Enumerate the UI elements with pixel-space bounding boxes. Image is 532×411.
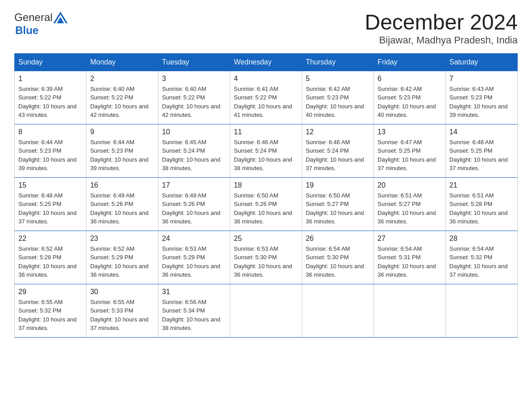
table-row: 23 Sunrise: 6:52 AMSunset: 5:29 PMDaylig… <box>86 231 158 284</box>
day-info: Sunrise: 6:39 AMSunset: 5:22 PMDaylight:… <box>18 85 82 120</box>
day-number: 22 <box>18 235 82 243</box>
calendar-week-row: 29 Sunrise: 6:55 AMSunset: 5:32 PMDaylig… <box>15 284 518 337</box>
day-number: 30 <box>90 288 154 296</box>
day-info: Sunrise: 6:42 AMSunset: 5:23 PMDaylight:… <box>306 85 370 120</box>
day-info: Sunrise: 6:55 AMSunset: 5:32 PMDaylight:… <box>18 298 82 333</box>
day-number: 11 <box>234 128 298 136</box>
day-info: Sunrise: 6:47 AMSunset: 5:25 PMDaylight:… <box>378 138 442 173</box>
table-row: 20 Sunrise: 6:51 AMSunset: 5:27 PMDaylig… <box>374 177 446 231</box>
day-number: 3 <box>162 75 226 83</box>
table-row: 29 Sunrise: 6:55 AMSunset: 5:32 PMDaylig… <box>15 284 86 337</box>
day-number: 6 <box>378 75 442 83</box>
table-row: 6 Sunrise: 6:42 AMSunset: 5:23 PMDayligh… <box>374 71 446 124</box>
calendar-title: December 2024 <box>365 11 518 34</box>
logo-icon <box>52 11 69 24</box>
day-info: Sunrise: 6:45 AMSunset: 5:24 PMDaylight:… <box>162 138 226 173</box>
day-info: Sunrise: 6:53 AMSunset: 5:30 PMDaylight:… <box>234 244 298 279</box>
table-row: 22 Sunrise: 6:52 AMSunset: 5:28 PMDaylig… <box>15 231 86 284</box>
day-info: Sunrise: 6:44 AMSunset: 5:23 PMDaylight:… <box>90 138 154 173</box>
table-row: 4 Sunrise: 6:41 AMSunset: 5:22 PMDayligh… <box>230 71 302 124</box>
day-number: 17 <box>162 181 226 189</box>
table-row <box>446 284 517 337</box>
col-thursday: Thursday <box>302 53 373 71</box>
table-row: 15 Sunrise: 6:48 AMSunset: 5:25 PMDaylig… <box>15 177 86 231</box>
day-number: 4 <box>234 75 298 83</box>
day-number: 1 <box>18 75 82 83</box>
col-tuesday: Tuesday <box>158 53 230 71</box>
day-info: Sunrise: 6:50 AMSunset: 5:26 PMDaylight:… <box>234 191 298 226</box>
table-row: 7 Sunrise: 6:43 AMSunset: 5:23 PMDayligh… <box>446 71 517 124</box>
col-sunday: Sunday <box>15 53 86 71</box>
day-number: 12 <box>306 128 370 136</box>
table-row: 26 Sunrise: 6:54 AMSunset: 5:30 PMDaylig… <box>302 231 373 284</box>
table-row <box>230 284 302 337</box>
calendar-week-row: 1 Sunrise: 6:39 AMSunset: 5:22 PMDayligh… <box>15 71 518 124</box>
day-number: 9 <box>90 128 154 136</box>
table-row: 30 Sunrise: 6:55 AMSunset: 5:33 PMDaylig… <box>86 284 158 337</box>
table-row: 24 Sunrise: 6:53 AMSunset: 5:29 PMDaylig… <box>158 231 230 284</box>
day-info: Sunrise: 6:50 AMSunset: 5:27 PMDaylight:… <box>306 191 370 226</box>
day-info: Sunrise: 6:52 AMSunset: 5:29 PMDaylight:… <box>90 244 154 279</box>
title-block: December 2024 Bijawar, Madhya Pradesh, I… <box>365 11 518 46</box>
table-row: 1 Sunrise: 6:39 AMSunset: 5:22 PMDayligh… <box>15 71 86 124</box>
table-row: 17 Sunrise: 6:49 AMSunset: 5:26 PMDaylig… <box>158 177 230 231</box>
table-row: 28 Sunrise: 6:54 AMSunset: 5:32 PMDaylig… <box>446 231 517 284</box>
table-row: 13 Sunrise: 6:47 AMSunset: 5:25 PMDaylig… <box>374 124 446 177</box>
table-row: 8 Sunrise: 6:44 AMSunset: 5:23 PMDayligh… <box>15 124 86 177</box>
table-row: 18 Sunrise: 6:50 AMSunset: 5:26 PMDaylig… <box>230 177 302 231</box>
day-number: 24 <box>162 235 226 243</box>
day-info: Sunrise: 6:54 AMSunset: 5:31 PMDaylight:… <box>378 244 442 279</box>
table-row: 10 Sunrise: 6:45 AMSunset: 5:24 PMDaylig… <box>158 124 230 177</box>
table-row: 27 Sunrise: 6:54 AMSunset: 5:31 PMDaylig… <box>374 231 446 284</box>
day-number: 7 <box>450 75 514 83</box>
day-number: 18 <box>234 181 298 189</box>
day-number: 10 <box>162 128 226 136</box>
day-info: Sunrise: 6:54 AMSunset: 5:32 PMDaylight:… <box>450 244 514 279</box>
day-info: Sunrise: 6:40 AMSunset: 5:22 PMDaylight:… <box>90 85 154 120</box>
day-number: 27 <box>378 235 442 243</box>
day-info: Sunrise: 6:54 AMSunset: 5:30 PMDaylight:… <box>306 244 370 279</box>
day-number: 20 <box>378 181 442 189</box>
calendar-subtitle: Bijawar, Madhya Pradesh, India <box>365 34 518 46</box>
calendar-header-row: Sunday Monday Tuesday Wednesday Thursday… <box>15 53 518 71</box>
logo: General Blue <box>14 11 69 37</box>
day-info: Sunrise: 6:46 AMSunset: 5:24 PMDaylight:… <box>306 138 370 173</box>
logo-general-text: General <box>14 11 52 24</box>
page-header: General Blue December 2024 Bijawar, Madh… <box>14 11 518 46</box>
logo-blue-text: Blue <box>15 24 39 36</box>
day-info: Sunrise: 6:49 AMSunset: 5:26 PMDaylight:… <box>90 191 154 226</box>
table-row: 2 Sunrise: 6:40 AMSunset: 5:22 PMDayligh… <box>86 71 158 124</box>
calendar-week-row: 22 Sunrise: 6:52 AMSunset: 5:28 PMDaylig… <box>15 231 518 284</box>
col-monday: Monday <box>86 53 158 71</box>
day-info: Sunrise: 6:41 AMSunset: 5:22 PMDaylight:… <box>234 85 298 120</box>
day-number: 25 <box>234 235 298 243</box>
day-number: 28 <box>450 235 514 243</box>
day-info: Sunrise: 6:51 AMSunset: 5:27 PMDaylight:… <box>378 191 442 226</box>
calendar-week-row: 8 Sunrise: 6:44 AMSunset: 5:23 PMDayligh… <box>15 124 518 177</box>
day-info: Sunrise: 6:53 AMSunset: 5:29 PMDaylight:… <box>162 244 226 279</box>
day-info: Sunrise: 6:40 AMSunset: 5:22 PMDaylight:… <box>162 85 226 120</box>
table-row: 12 Sunrise: 6:46 AMSunset: 5:24 PMDaylig… <box>302 124 373 177</box>
day-number: 13 <box>378 128 442 136</box>
day-number: 26 <box>306 235 370 243</box>
calendar-table: Sunday Monday Tuesday Wednesday Thursday… <box>14 53 518 338</box>
day-number: 29 <box>18 288 82 296</box>
day-number: 19 <box>306 181 370 189</box>
day-info: Sunrise: 6:56 AMSunset: 5:34 PMDaylight:… <box>162 298 226 333</box>
day-info: Sunrise: 6:48 AMSunset: 5:25 PMDaylight:… <box>450 138 514 173</box>
day-info: Sunrise: 6:43 AMSunset: 5:23 PMDaylight:… <box>450 85 514 120</box>
calendar-week-row: 15 Sunrise: 6:48 AMSunset: 5:25 PMDaylig… <box>15 177 518 231</box>
day-number: 15 <box>18 181 82 189</box>
day-number: 2 <box>90 75 154 83</box>
table-row: 21 Sunrise: 6:51 AMSunset: 5:28 PMDaylig… <box>446 177 517 231</box>
day-info: Sunrise: 6:52 AMSunset: 5:28 PMDaylight:… <box>18 244 82 279</box>
table-row: 9 Sunrise: 6:44 AMSunset: 5:23 PMDayligh… <box>86 124 158 177</box>
day-info: Sunrise: 6:46 AMSunset: 5:24 PMDaylight:… <box>234 138 298 173</box>
table-row: 16 Sunrise: 6:49 AMSunset: 5:26 PMDaylig… <box>86 177 158 231</box>
table-row: 25 Sunrise: 6:53 AMSunset: 5:30 PMDaylig… <box>230 231 302 284</box>
table-row: 5 Sunrise: 6:42 AMSunset: 5:23 PMDayligh… <box>302 71 373 124</box>
day-info: Sunrise: 6:51 AMSunset: 5:28 PMDaylight:… <box>450 191 514 226</box>
day-number: 31 <box>162 288 226 296</box>
col-wednesday: Wednesday <box>230 53 302 71</box>
day-number: 23 <box>90 235 154 243</box>
